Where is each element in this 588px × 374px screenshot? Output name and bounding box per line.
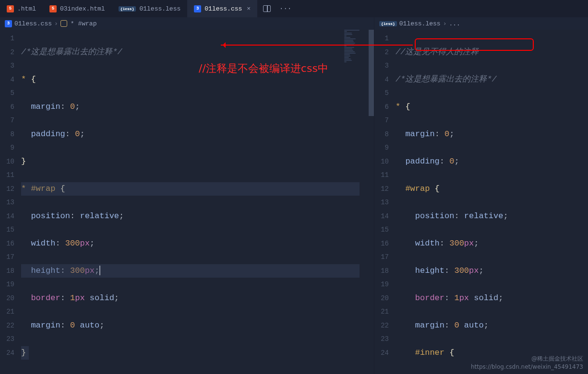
tab-bar: 5 .html 5 03index.html {less} 01less.les… xyxy=(0,0,588,17)
breadcrumb-file: 01less.less xyxy=(399,20,441,27)
code-editor[interactable]: 123456789101112131415161718192021222324 … xyxy=(0,30,374,374)
line-gutter: 123456789101112131415161718192021222324 xyxy=(374,30,396,374)
tab-01less-less[interactable]: {less} 01less.less xyxy=(112,0,188,17)
tab-01less-css[interactable]: 3 01less.css × xyxy=(187,0,257,17)
editor-pane-right: {less} 01less.less {less} 01less.less › … xyxy=(374,17,588,374)
breadcrumb-more: ... xyxy=(449,20,460,27)
tab-03index[interactable]: 5 03index.html xyxy=(43,0,112,17)
code-editor[interactable]: 123456789101112131415161718192021222324 … xyxy=(374,30,588,374)
tab-actions: ··· xyxy=(257,5,297,12)
code-content[interactable]: /*这是想暴露出去的注释*/ * { margin: 0; padding: 0… xyxy=(21,30,374,374)
tab-html[interactable]: 5 .html xyxy=(0,0,43,17)
tab-label: 01less.less xyxy=(139,5,180,12)
close-icon[interactable]: × xyxy=(247,5,251,12)
chevron-right-icon: › xyxy=(54,20,58,27)
html5-icon: 5 xyxy=(7,5,14,12)
more-icon[interactable]: ··· xyxy=(279,5,291,12)
breadcrumb-symbol: * #wrap xyxy=(71,20,97,27)
tab-label: 01less.css xyxy=(204,5,242,12)
chevron-right-icon: › xyxy=(443,20,447,27)
less-icon: {less} xyxy=(379,21,397,26)
editor-pane-left: 3 01less.css › * #wrap 12345678910111213… xyxy=(0,17,374,374)
breadcrumb[interactable]: {less} 01less.less › ... xyxy=(374,17,588,30)
watermark: @稀土掘金技术社区 https://blog.csdn.net/weixin_4… xyxy=(471,355,583,371)
line-gutter: 123456789101112131415161718192021222324 xyxy=(0,30,21,374)
breadcrumb-file: 01less.css xyxy=(14,20,52,27)
css3-icon: 3 xyxy=(5,20,12,27)
html5-icon: 5 xyxy=(49,5,57,12)
tab-label: 03index.html xyxy=(60,5,105,12)
split-editor-icon[interactable] xyxy=(263,5,271,12)
tab-label: .html xyxy=(17,5,36,12)
selector-icon xyxy=(60,20,67,27)
minimap[interactable] xyxy=(344,30,372,126)
css3-icon: 3 xyxy=(194,5,201,12)
breadcrumb[interactable]: 3 01less.css › * #wrap xyxy=(0,17,374,30)
vertical-scrollbar[interactable] xyxy=(369,30,374,374)
less-icon: {less} xyxy=(119,6,136,12)
code-content[interactable]: //这是见不得人的注释 /*这是想暴露出去的注释*/ * { margin: 0… xyxy=(396,30,588,374)
